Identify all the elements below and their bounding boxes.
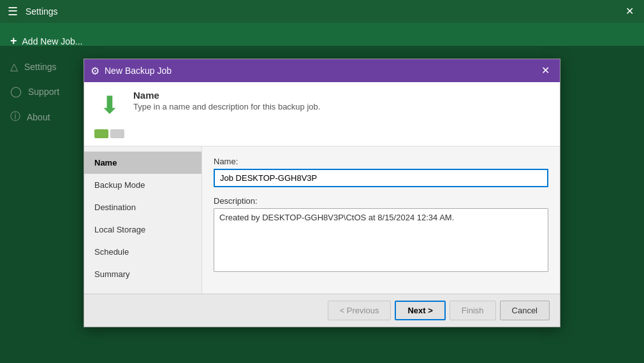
app-title: Settings (26, 6, 615, 17)
wizard-step-local-storage[interactable]: Local Storage (84, 218, 201, 241)
description-textarea[interactable] (214, 208, 548, 272)
next-button[interactable]: Next > (395, 301, 445, 320)
description-label: Description: (214, 196, 548, 206)
download-icon: ⬇ (99, 91, 120, 119)
new-backup-job-dialog: ⚙ New Backup Job ✕ ⬇ Name T (84, 59, 560, 327)
dialog-close-button[interactable]: ✕ (538, 64, 553, 77)
cancel-button[interactable]: Cancel (500, 301, 550, 320)
dialog-title: New Backup Job (105, 66, 532, 76)
previous-button[interactable]: < Previous (328, 301, 392, 320)
dialog-header-text: Name Type in a name and description for … (133, 90, 320, 111)
name-field-group: Name: (214, 157, 548, 187)
title-bar: ☰ Settings ✕ (0, 0, 644, 23)
add-new-job-label: Add New Job... (22, 36, 83, 46)
wizard-step-summary[interactable]: Summary (84, 263, 201, 285)
description-field-group: Description: (214, 196, 548, 274)
app-body: + Add New Job... △ Settings ◯ Support ⓘ … (0, 23, 644, 363)
dialog-form: Name: Description: (202, 146, 560, 294)
dialog-step-title: Name (133, 90, 320, 101)
finish-button[interactable]: Finish (450, 301, 496, 320)
dialog-gear-icon: ⚙ (91, 65, 99, 77)
dialog-step-subtitle: Type in a name and description for this … (133, 102, 320, 111)
menu-icon[interactable]: ☰ (5, 2, 20, 21)
name-label: Name: (214, 157, 548, 166)
name-input[interactable] (214, 169, 548, 187)
wizard-step-destination[interactable]: Destination (84, 196, 201, 218)
app-close-button[interactable]: ✕ (620, 4, 639, 19)
app-window: ☰ Settings ✕ + Add New Job... △ Settings… (0, 0, 644, 363)
wizard-step-name[interactable]: Name (84, 152, 201, 174)
dialog-title-bar: ⚙ New Backup Job ✕ (84, 59, 560, 82)
wizard-step-schedule[interactable]: Schedule (84, 241, 201, 263)
modal-backdrop: ⚙ New Backup Job ✕ ⬇ Name T (0, 46, 644, 363)
wizard-step-backup-mode[interactable]: Backup Mode (84, 174, 201, 196)
dialog-footer: < Previous Next > Finish Cancel (84, 294, 560, 327)
dialog-content: Name Backup Mode Destination Local Stora… (84, 146, 560, 294)
dialog-header: ⬇ Name Type in a name and description fo… (84, 82, 560, 146)
wizard-nav: Name Backup Mode Destination Local Stora… (84, 146, 202, 294)
progress-bars (94, 129, 124, 138)
